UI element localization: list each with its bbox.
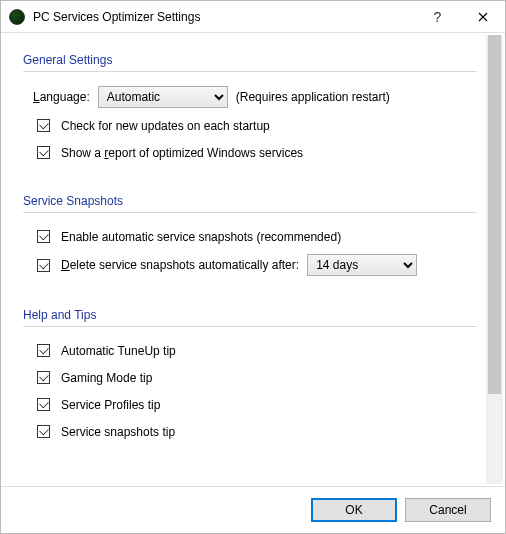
divider [23,71,477,72]
enable-snapshots-row[interactable]: Enable automatic service snapshots (reco… [33,227,477,246]
tip-auto-tuneup-row[interactable]: Automatic TuneUp tip [33,341,477,360]
delete-snapshots-label: Delete service snapshots automatically a… [61,258,299,272]
delete-snapshots-checkbox[interactable] [37,259,50,272]
language-note: (Requires application restart) [236,90,390,104]
show-report-row[interactable]: Show a report of optimized Windows servi… [33,143,477,162]
general-settings-heading: General Settings [23,53,477,67]
help-tips-heading: Help and Tips [23,308,477,322]
check-updates-row[interactable]: Check for new updates on each startup [33,116,477,135]
check-updates-label: Check for new updates on each startup [61,119,270,133]
dialog-footer: OK Cancel [1,487,505,533]
show-report-label: Show a report of optimized Windows servi… [61,146,303,160]
tip-auto-tuneup-label: Automatic TuneUp tip [61,344,176,358]
close-button[interactable] [460,1,505,32]
tip-auto-tuneup-checkbox[interactable] [37,344,50,357]
app-icon [9,9,25,25]
titlebar: PC Services Optimizer Settings ? [1,1,505,33]
show-report-checkbox[interactable] [37,146,50,159]
tip-profiles-checkbox[interactable] [37,398,50,411]
ok-button[interactable]: OK [311,498,397,522]
language-select[interactable]: Automatic [98,86,228,108]
help-button[interactable]: ? [415,1,460,32]
window-title: PC Services Optimizer Settings [33,10,415,24]
tip-snapshots-label: Service snapshots tip [61,425,175,439]
delete-after-select[interactable]: 14 days [307,254,417,276]
divider [23,326,477,327]
check-updates-checkbox[interactable] [37,119,50,132]
scroll-area: General Settings Language: Automatic (Re… [1,33,505,486]
tip-gaming-row[interactable]: Gaming Mode tip [33,368,477,387]
tip-snapshots-row[interactable]: Service snapshots tip [33,422,477,441]
enable-snapshots-label: Enable automatic service snapshots (reco… [61,230,341,244]
vertical-scrollbar[interactable] [486,35,503,484]
tip-snapshots-checkbox[interactable] [37,425,50,438]
tip-gaming-label: Gaming Mode tip [61,371,152,385]
close-icon [478,12,488,22]
tip-gaming-checkbox[interactable] [37,371,50,384]
divider [23,212,477,213]
delete-snapshots-row[interactable]: Delete service snapshots automatically a… [33,254,477,276]
scrollbar-thumb[interactable] [488,35,501,394]
language-row: Language: Automatic (Requires applicatio… [33,86,477,108]
tip-profiles-label: Service Profiles tip [61,398,160,412]
language-label: Language: [33,90,90,104]
enable-snapshots-checkbox[interactable] [37,230,50,243]
service-snapshots-heading: Service Snapshots [23,194,477,208]
client-area: General Settings Language: Automatic (Re… [1,33,505,533]
cancel-button[interactable]: Cancel [405,498,491,522]
tip-profiles-row[interactable]: Service Profiles tip [33,395,477,414]
